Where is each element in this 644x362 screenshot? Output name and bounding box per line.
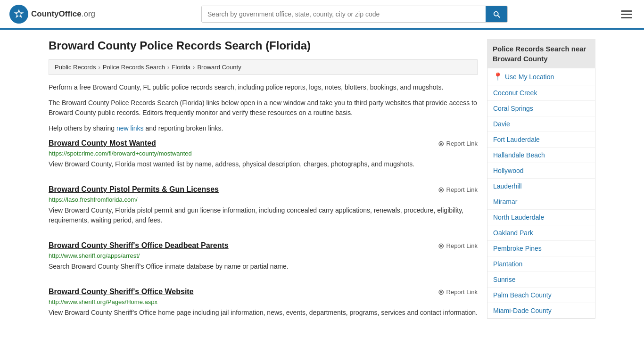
sidebar-item-hollywood[interactable]: Hollywood: [487, 163, 595, 179]
report-link-button[interactable]: ⊗ Report Link: [438, 185, 478, 194]
result-description: Search Broward County Sheriff's Office i…: [49, 262, 478, 272]
result-url[interactable]: https://spotcrime.com/fl/broward+county/…: [49, 150, 478, 157]
report-link-label: Report Link: [446, 288, 478, 296]
breadcrumb-police-records-search[interactable]: Police Records Search: [103, 64, 165, 71]
result-item: Broward County Sheriff's Office Deadbeat…: [49, 241, 478, 276]
menu-button[interactable]: [619, 8, 635, 21]
result-title[interactable]: Broward County Most Wanted: [49, 139, 156, 148]
content-area: Broward County Police Records Search (Fl…: [49, 39, 478, 334]
svg-point-2: [17, 12, 21, 16]
result-title[interactable]: Broward County Pistol Permits & Gun Lice…: [49, 185, 219, 194]
report-link-label: Report Link: [446, 242, 478, 249]
result-header: Broward County Sheriff's Office Deadbeat…: [49, 241, 478, 250]
sidebar-item-davie[interactable]: Davie: [487, 116, 595, 132]
main-container: Broward County Police Records Search (Fl…: [39, 30, 605, 343]
sidebar-item-pembroke-pines[interactable]: Pembroke Pines: [487, 241, 595, 256]
report-link-button[interactable]: ⊗ Report Link: [438, 139, 478, 148]
report-icon: ⊗: [438, 241, 444, 250]
sidebar-item-palm-beach-county[interactable]: Palm Beach County: [487, 288, 595, 303]
report-link-label: Report Link: [446, 140, 478, 147]
search-button[interactable]: [486, 6, 507, 22]
menu-line: [621, 10, 632, 12]
report-link-label: Report Link: [446, 186, 478, 193]
result-title[interactable]: Broward County Sheriff's Office Website: [49, 288, 194, 296]
report-link-button[interactable]: ⊗ Report Link: [438, 241, 478, 250]
menu-line: [621, 14, 632, 15]
result-url[interactable]: https://laso.freshfromflorida.com/: [49, 196, 478, 203]
sidebar-item-miami-dade-county[interactable]: Miami-Dade County: [487, 303, 595, 318]
header: CountyOffice.org: [0, 0, 644, 30]
result-description: View Broward County Sheriff's Office hom…: [49, 308, 478, 318]
location-pin-icon: 📍: [493, 72, 503, 81]
logo-link[interactable]: CountyOffice.org: [9, 5, 95, 24]
result-url[interactable]: http://www.sheriff.org/Pages/Home.aspx: [49, 298, 478, 305]
sidebar-item-coral-springs[interactable]: Coral Springs: [487, 101, 595, 116]
result-header: Broward County Pistol Permits & Gun Lice…: [49, 185, 478, 194]
sidebar-item-lauderhill[interactable]: Lauderhill: [487, 179, 595, 194]
breadcrumb-public-records[interactable]: Public Records: [55, 64, 96, 71]
sidebar-item-oakland-park[interactable]: Oakland Park: [487, 225, 595, 241]
logo-icon: [9, 5, 28, 24]
result-header: Broward County Sheriff's Office Website …: [49, 288, 478, 296]
menu-line: [621, 17, 632, 18]
sidebar-item-hallandale-beach[interactable]: Hallandale Beach: [487, 148, 595, 163]
sidebar-title: Police Records Search near Broward Count…: [487, 39, 595, 68]
new-links-link[interactable]: new links: [116, 124, 144, 132]
breadcrumb: Public Records › Police Records Search ›…: [49, 59, 478, 75]
sidebar-item-sunrise[interactable]: Sunrise: [487, 272, 595, 288]
breadcrumb-sep: ›: [98, 64, 100, 71]
result-description: View Broward County, Florida pistol perm…: [49, 206, 478, 225]
breadcrumb-sep: ›: [193, 64, 195, 71]
result-description: View Broward County, Florida most wanted…: [49, 159, 478, 169]
description-3: Help others by sharing new links and rep…: [49, 123, 478, 133]
description-2: The Broward County Police Records Search…: [49, 98, 478, 118]
sidebar-item-coconut-creek[interactable]: Coconut Creek: [487, 85, 595, 101]
result-url[interactable]: http://www.sheriff.org/apps/arrest/: [49, 252, 478, 259]
breadcrumb-sep: ›: [167, 64, 169, 71]
logo-text: CountyOffice.org: [31, 9, 95, 19]
search-bar: [201, 6, 508, 23]
sidebar-item-fort-lauderdale[interactable]: Fort Lauderdale: [487, 132, 595, 148]
report-icon: ⊗: [438, 288, 444, 296]
breadcrumb-broward-county[interactable]: Broward County: [197, 64, 241, 71]
use-my-location: 📍 Use My Location: [487, 68, 595, 85]
sidebar: Police Records Search near Broward Count…: [487, 39, 595, 334]
result-title[interactable]: Broward County Sheriff's Office Deadbeat…: [49, 241, 229, 250]
sidebar-item-north-lauderdale[interactable]: North Lauderdale: [487, 210, 595, 225]
sidebar-list: 📍 Use My Location Coconut Creek Coral Sp…: [487, 68, 595, 319]
result-item: Broward County Pistol Permits & Gun Lice…: [49, 185, 478, 230]
report-icon: ⊗: [438, 185, 444, 194]
breadcrumb-florida[interactable]: Florida: [172, 64, 190, 71]
search-input[interactable]: [202, 6, 486, 22]
description-1: Perform a free Broward County, FL public…: [49, 82, 478, 92]
sidebar-item-miramar[interactable]: Miramar: [487, 194, 595, 210]
result-header: Broward County Most Wanted ⊗ Report Link: [49, 139, 478, 148]
sidebar-item-plantation[interactable]: Plantation: [487, 256, 595, 272]
report-icon: ⊗: [438, 139, 444, 148]
result-item: Broward County Most Wanted ⊗ Report Link…: [49, 139, 478, 174]
use-my-location-link[interactable]: Use My Location: [505, 73, 554, 81]
search-icon: [492, 10, 501, 18]
page-title: Broward County Police Records Search (Fl…: [49, 39, 478, 52]
report-link-button[interactable]: ⊗ Report Link: [438, 288, 478, 296]
result-item: Broward County Sheriff's Office Website …: [49, 288, 478, 322]
